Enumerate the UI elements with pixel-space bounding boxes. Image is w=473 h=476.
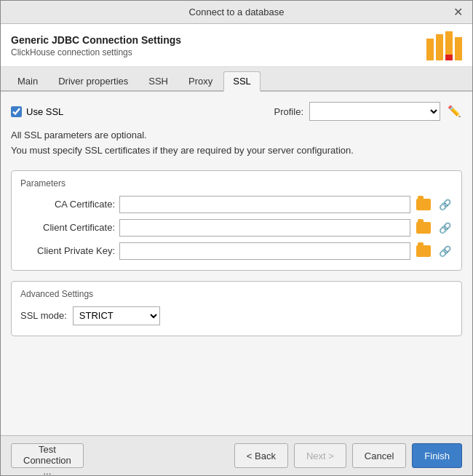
client-key-input[interactable]: [119, 242, 410, 260]
next-button[interactable]: Next >: [294, 443, 346, 468]
parameters-group-label: Parameters: [20, 178, 453, 189]
logo-bar-3: [445, 31, 453, 60]
header-subtitle: ClickHouse connection settings: [11, 47, 181, 57]
ssl-mode-select[interactable]: STRICT REQUIRE VERIFY_CA NONE: [73, 306, 160, 325]
pencil-icon: ✏️: [448, 105, 461, 118]
use-ssl-checkbox[interactable]: [11, 106, 22, 117]
tab-ssh[interactable]: SSH: [139, 71, 178, 90]
footer: Test Connection ... < Back Next > Cancel…: [1, 435, 472, 475]
folder-icon-2: [416, 222, 431, 234]
use-ssl-checkbox-container: Use SSL: [11, 106, 63, 117]
connect-dialog: Connect to a database ✕ Generic JDBC Con…: [0, 0, 473, 476]
ssl-mode-row: SSL mode: STRICT REQUIRE VERIFY_CA NONE: [20, 306, 453, 325]
ssl-mode-label: SSL mode:: [20, 310, 67, 321]
client-key-row: Client Private Key: 🔗: [20, 242, 453, 260]
tab-driver-properties[interactable]: Driver properties: [49, 71, 138, 90]
client-key-link-button[interactable]: 🔗: [437, 243, 453, 259]
title-bar: Connect to a database ✕: [1, 1, 472, 24]
info-line-1: All SSL parameters are optional.: [11, 128, 462, 143]
ca-cert-row: CA Certificate: 🔗: [20, 196, 453, 213]
profile-select[interactable]: [309, 102, 440, 121]
client-key-folder-button[interactable]: [415, 242, 432, 260]
client-cert-label: Client Certificate:: [20, 222, 115, 233]
profile-row: Profile: ✏️: [274, 102, 462, 121]
ca-cert-input[interactable]: [119, 196, 410, 213]
content-area: Use SSL Profile: ✏️ All SSL parameters a…: [1, 92, 472, 435]
footer-right: < Back Next > Cancel Finish: [90, 443, 462, 468]
header-text: Generic JDBC Connection Settings ClickHo…: [11, 34, 181, 57]
client-cert-input[interactable]: [119, 219, 410, 237]
link-icon: 🔗: [439, 199, 451, 210]
logo-bar-1: [426, 39, 434, 60]
info-text: All SSL parameters are optional. You mus…: [11, 128, 462, 159]
cancel-button[interactable]: Cancel: [352, 443, 406, 468]
header-area: Generic JDBC Connection Settings ClickHo…: [1, 24, 472, 67]
back-button[interactable]: < Back: [234, 443, 288, 468]
ca-cert-link-button[interactable]: 🔗: [437, 197, 453, 213]
dialog-title: Connect to a database: [23, 7, 450, 17]
logo-bars: [426, 31, 462, 60]
profile-label: Profile:: [274, 106, 303, 117]
tab-main[interactable]: Main: [8, 71, 47, 90]
parameters-group: Parameters CA Certificate: 🔗 Client Cert…: [11, 170, 462, 271]
advanced-group-label: Advanced Settings: [20, 289, 453, 299]
link-icon-2: 🔗: [439, 222, 451, 234]
folder-icon-3: [416, 245, 431, 257]
tab-ssl[interactable]: SSL: [223, 71, 261, 92]
link-icon-3: 🔗: [439, 245, 451, 257]
logo-bar-4: [455, 37, 462, 60]
close-button[interactable]: ✕: [450, 5, 465, 20]
tab-proxy[interactable]: Proxy: [179, 71, 222, 90]
test-connection-button[interactable]: Test Connection ...: [11, 443, 84, 468]
folder-icon: [416, 199, 431, 210]
ca-cert-folder-button[interactable]: [415, 196, 432, 213]
client-cert-link-button[interactable]: 🔗: [437, 220, 453, 236]
footer-left: Test Connection ...: [11, 443, 84, 468]
use-ssl-label: Use SSL: [26, 106, 63, 117]
finish-button[interactable]: Finish: [412, 443, 462, 468]
advanced-settings-group: Advanced Settings SSL mode: STRICT REQUI…: [11, 281, 462, 336]
profile-edit-button[interactable]: ✏️: [446, 103, 462, 119]
client-key-label: Client Private Key:: [20, 245, 115, 256]
use-ssl-left: Use SSL: [11, 106, 63, 117]
info-line-2: You must specify SSL certificates if the…: [11, 143, 462, 159]
client-cert-folder-button[interactable]: [415, 219, 432, 237]
ca-cert-label: CA Certificate:: [20, 199, 115, 210]
tabs-bar: Main Driver properties SSH Proxy SSL: [1, 67, 472, 92]
client-cert-row: Client Certificate: 🔗: [20, 219, 453, 237]
logo-bar-2: [436, 34, 443, 60]
use-ssl-row: Use SSL Profile: ✏️: [11, 102, 462, 121]
header-title: Generic JDBC Connection Settings: [11, 34, 181, 46]
